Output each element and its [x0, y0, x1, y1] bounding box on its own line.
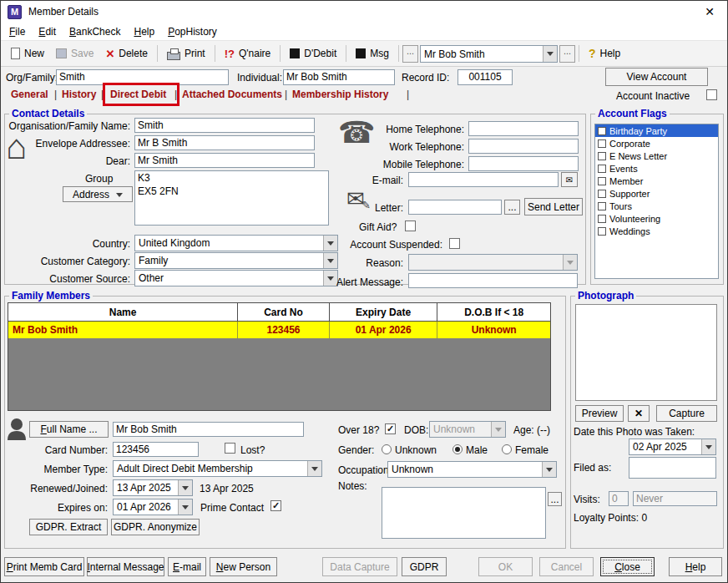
address-dropdown-button[interactable]: Address: [63, 186, 133, 202]
photo-preview-button[interactable]: Preview: [575, 405, 624, 422]
new-person-button[interactable]: New Person: [210, 557, 277, 576]
tab-membership-history[interactable]: Membership History: [292, 89, 388, 100]
flag-checkbox[interactable]: [598, 152, 606, 160]
send-email-button[interactable]: ✉: [561, 172, 578, 187]
envelope-addressee-field[interactable]: Mr B Smith: [134, 135, 315, 150]
photo-clear-button[interactable]: ✕: [628, 405, 650, 422]
column-expiry-date[interactable]: Expiry Date: [330, 303, 438, 322]
customer-category-select[interactable]: Family: [134, 252, 338, 269]
menu-bankcheck[interactable]: BankCheck: [63, 24, 127, 39]
chevron-down-icon[interactable]: [178, 480, 192, 495]
full-name-field[interactable]: Mr Bob Smith: [113, 422, 304, 437]
gender-radio-male[interactable]: [452, 444, 463, 454]
org-name-field[interactable]: Smith: [134, 118, 315, 133]
dear-field[interactable]: Mr Smith: [134, 153, 315, 168]
notes-browse-button[interactable]: ...: [548, 492, 562, 506]
flag-checkbox[interactable]: [598, 202, 606, 210]
full-name-button[interactable]: Full Name ...: [29, 421, 109, 438]
tab-general[interactable]: General: [11, 89, 48, 100]
help-button[interactable]: ? Help: [583, 44, 626, 63]
expires-date-select[interactable]: 01 Apr 2026: [113, 499, 193, 515]
home-telephone-field[interactable]: [468, 121, 579, 136]
chevron-down-icon[interactable]: [307, 461, 321, 476]
gdpr-button[interactable]: GDPR: [402, 557, 447, 576]
flag-checkbox[interactable]: [598, 177, 606, 185]
gender-radio-unknown[interactable]: [382, 444, 392, 454]
column-card-no[interactable]: Card No: [238, 303, 330, 322]
flag-checkbox[interactable]: [598, 215, 606, 223]
save-button[interactable]: Save: [50, 45, 99, 62]
gift-aid-checkbox[interactable]: [405, 221, 416, 231]
chevron-down-icon[interactable]: [323, 236, 337, 251]
flag-item-tours[interactable]: Tours: [595, 200, 718, 212]
print-button[interactable]: Print: [161, 45, 211, 63]
chevron-down-icon[interactable]: [543, 46, 557, 62]
email-field[interactable]: [408, 172, 559, 187]
account-suspended-checkbox[interactable]: [449, 238, 460, 249]
member-type-select[interactable]: Adult Direct Debit Membership: [113, 460, 322, 477]
flag-checkbox[interactable]: [598, 165, 606, 173]
flag-checkbox[interactable]: [598, 127, 606, 135]
renewed-date-select[interactable]: 13 Apr 2025: [113, 479, 193, 496]
flag-item-weddings[interactable]: Weddings: [595, 225, 718, 237]
lost-checkbox[interactable]: [225, 443, 235, 454]
send-letter-button[interactable]: Send Letter: [524, 198, 583, 215]
photo-capture-button[interactable]: Capture: [656, 405, 717, 422]
record-browse-right-button[interactable]: ⋯: [559, 45, 575, 63]
filed-as-field[interactable]: [629, 457, 716, 479]
occupation-select[interactable]: Unknown: [387, 461, 557, 478]
customer-source-select[interactable]: Other: [134, 270, 338, 286]
print-memb-card-button[interactable]: Print Memb Card: [4, 557, 84, 576]
chevron-down-icon[interactable]: [323, 271, 337, 286]
qnaire-button[interactable]: !? Q'naire: [219, 45, 277, 63]
footer-help-button[interactable]: Help: [669, 557, 722, 576]
address-box[interactable]: K3 EX5 2FN: [134, 170, 329, 226]
direct-debit-button[interactable]: D'Debit: [284, 45, 342, 62]
message-button[interactable]: Msg: [350, 45, 395, 62]
chevron-down-icon[interactable]: [701, 439, 715, 454]
work-telephone-field[interactable]: [468, 139, 579, 154]
tab-history[interactable]: History: [62, 89, 96, 100]
email-button[interactable]: E-mail: [168, 557, 206, 576]
flag-item-volunteering[interactable]: Volunteering: [595, 212, 718, 225]
menu-file[interactable]: File: [3, 24, 32, 39]
flag-checkbox[interactable]: [598, 227, 606, 236]
new-button[interactable]: New: [5, 45, 50, 62]
flag-checkbox[interactable]: [598, 139, 606, 148]
flag-item-member[interactable]: Member: [595, 175, 718, 187]
photo-date-select[interactable]: 02 Apr 2025: [629, 439, 716, 455]
flag-item-events[interactable]: Events: [595, 162, 718, 175]
column-dob[interactable]: D.O.B If < 18: [437, 303, 550, 322]
gdpr-extract-button[interactable]: GDPR. Extract: [29, 519, 108, 535]
gender-radio-female[interactable]: [502, 444, 512, 454]
column-name[interactable]: Name: [8, 303, 238, 322]
internal-message-button[interactable]: Internal Message: [87, 557, 164, 576]
menu-pophistory[interactable]: PopHistory: [161, 24, 224, 39]
mobile-telephone-field[interactable]: [468, 156, 579, 171]
record-browse-left-button[interactable]: ⋯: [402, 45, 418, 63]
flag-checkbox[interactable]: [598, 190, 606, 198]
tab-attached-documents[interactable]: Attached Documents: [182, 89, 282, 100]
prime-contact-checkbox[interactable]: [270, 500, 281, 511]
view-account-button[interactable]: View Account: [605, 68, 708, 86]
menu-edit[interactable]: Edit: [32, 24, 63, 39]
notes-textarea[interactable]: [382, 487, 546, 539]
flag-item-e-news-letter[interactable]: E News Letter: [595, 150, 718, 162]
flag-item-corporate[interactable]: Corporate: [595, 137, 718, 150]
menu-help[interactable]: Help: [127, 24, 161, 39]
member-select[interactable]: Mr Bob Smith: [420, 45, 558, 63]
chevron-down-icon[interactable]: [178, 499, 192, 515]
individual-field[interactable]: Mr Bob Smith: [283, 69, 395, 85]
over-18-checkbox[interactable]: [385, 423, 396, 434]
flag-item-birthday-party[interactable]: Birthday Party: [595, 124, 718, 137]
delete-button[interactable]: ✕ Delete: [99, 45, 154, 62]
close-button[interactable]: Close: [600, 557, 655, 576]
table-row[interactable]: Mr Bob Smith 123456 01 Apr 2026 Unknown: [8, 322, 550, 338]
flag-item-supporter[interactable]: Supporter: [595, 187, 718, 200]
chevron-down-icon[interactable]: [542, 462, 556, 477]
card-number-field[interactable]: 123456: [113, 442, 199, 457]
country-select[interactable]: United Kingdom: [134, 235, 338, 251]
gdpr-anonymize-button[interactable]: GDPR. Anonymize: [111, 519, 200, 535]
letter-browse-button[interactable]: ...: [504, 200, 520, 215]
account-inactive-checkbox[interactable]: [706, 89, 717, 100]
